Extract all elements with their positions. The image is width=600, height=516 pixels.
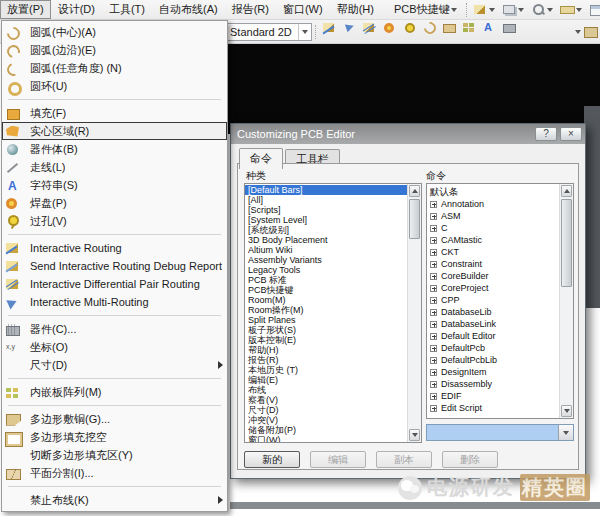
menu-item-fill[interactable]: 填充(F) [2, 104, 227, 122]
expand-icon[interactable] [430, 345, 437, 352]
category-item[interactable]: 察看(V) [245, 395, 407, 405]
command-item[interactable]: CoreProject [427, 282, 559, 294]
category-item[interactable]: [System Level] [245, 215, 407, 225]
category-item[interactable]: [Scripts] [245, 205, 407, 215]
category-item[interactable]: PCB快捷键 [245, 285, 407, 295]
chevron-down-icon[interactable] [517, 0, 526, 19]
menu-item-string[interactable]: 字符串(S) [2, 176, 227, 194]
expand-icon[interactable] [430, 249, 437, 256]
tab-commands[interactable]: 命令 [239, 148, 283, 169]
expand-icon[interactable] [430, 369, 437, 376]
chevron-down-icon[interactable] [488, 0, 497, 19]
expand-icon[interactable] [430, 309, 437, 316]
scrollbar-thumb[interactable] [561, 199, 572, 287]
command-item[interactable]: C [427, 222, 559, 234]
menu-item-send-routing-debug-report[interactable]: Send Interactive Routing Debug Report [2, 257, 227, 275]
menu-item-pad[interactable]: 焊盘(P) [2, 194, 227, 212]
menu-item-coordinate[interactable]: 坐标(O) [2, 338, 227, 356]
commands-scrollbar[interactable] [559, 184, 573, 418]
command-item[interactable]: DesignItem [427, 366, 559, 378]
menubar-item-window[interactable]: 窗口(W) [276, 0, 330, 19]
categories-scrollbar[interactable] [407, 184, 421, 442]
scroll-down-icon[interactable] [561, 405, 572, 417]
menu-item-solid-region[interactable]: 实心区域(R) [2, 122, 227, 140]
category-item[interactable]: 储备附加(P) [245, 425, 407, 435]
menu-item-ring[interactable]: 圆环(U) [2, 77, 227, 95]
interactive-routing-icon[interactable] [321, 20, 337, 35]
category-item[interactable]: 布线 [245, 385, 407, 395]
menu-item-split-plane[interactable]: 平面分割(I)... [2, 464, 227, 482]
category-item[interactable]: 本地历史 (T) [245, 365, 407, 375]
menu-item-polygon-pour[interactable]: 多边形敷铜(G)... [2, 410, 227, 428]
command-item[interactable]: Disassembly [427, 378, 559, 390]
dialog-button-edit[interactable]: 编辑 [310, 451, 366, 468]
menu-item-polygon-pour-cutout[interactable]: 多边形填充挖空 [2, 428, 227, 446]
command-item[interactable]: Default Editor [427, 330, 559, 342]
menu-item-component[interactable]: 器件(C)... [2, 320, 227, 338]
category-item[interactable]: PCB 标准 [245, 275, 407, 285]
board-icon[interactable] [582, 24, 598, 39]
menubar-item-autoroute[interactable]: 自动布线(A) [152, 0, 225, 19]
expand-icon[interactable] [430, 213, 437, 220]
fill-icon[interactable] [441, 20, 457, 35]
menu-item-keepout[interactable]: 禁止布线(K) [2, 491, 227, 509]
menubar-item-tools[interactable]: 工具(T) [102, 0, 152, 19]
expand-icon[interactable] [430, 273, 437, 280]
help-button[interactable]: ? [535, 127, 557, 141]
menu-item-dimension[interactable]: 尺寸(D) [2, 356, 227, 374]
arc-icon[interactable] [421, 20, 437, 35]
pointer-icon[interactable] [341, 20, 357, 35]
command-item[interactable]: DefaultPcbLib [427, 354, 559, 366]
expand-icon[interactable] [430, 297, 437, 304]
category-item[interactable]: 尺寸(D) [245, 405, 407, 415]
pad-icon[interactable] [381, 20, 397, 35]
command-item[interactable]: CAMtastic [427, 234, 559, 246]
command-filter-combobox[interactable] [426, 424, 574, 441]
toolbar-button[interactable] [557, 0, 586, 19]
toolbar-button[interactable] [470, 0, 499, 19]
commands-group-header[interactable]: 默认条 [427, 185, 559, 198]
command-item[interactable]: DatabaseLink [427, 318, 559, 330]
menu-item-interactive-diff-pair-routing[interactable]: Interactive Differential Pair Routing [2, 275, 227, 293]
text-string-icon[interactable] [481, 20, 497, 35]
category-item[interactable]: [All] [245, 195, 407, 205]
command-item[interactable]: Annotation [427, 198, 559, 210]
menu-item-component-body[interactable]: 器件体(B) [2, 140, 227, 158]
expand-icon[interactable] [430, 381, 437, 388]
chevron-down-icon[interactable] [546, 0, 555, 19]
category-item[interactable]: Room(M) [245, 295, 407, 305]
category-item[interactable]: 冲突(V) [245, 415, 407, 425]
menu-item-interactive-multi-routing[interactable]: Interactive Multi-Routing [2, 293, 227, 311]
menubar-item-reports[interactable]: 报告(R) [225, 0, 276, 19]
command-item[interactable]: Edit Script [427, 402, 559, 414]
scroll-up-icon[interactable] [561, 185, 572, 197]
category-item[interactable]: Room操作(M) [245, 305, 407, 315]
category-item[interactable]: Split Planes [245, 315, 407, 325]
command-item[interactable]: ASM [427, 210, 559, 222]
category-item[interactable]: 窗口(W) [245, 435, 407, 442]
category-item[interactable]: Legacy Tools [245, 265, 407, 275]
toolbar-button[interactable] [586, 0, 600, 19]
scroll-up-icon[interactable] [409, 185, 420, 197]
category-item[interactable]: 板子形状(S) [245, 325, 407, 335]
dialog-button-new[interactable]: 新的 [244, 451, 300, 468]
scroll-down-icon[interactable] [409, 429, 420, 441]
expand-icon[interactable] [430, 405, 437, 412]
chevron-down-icon[interactable] [298, 24, 311, 40]
category-item[interactable]: Altium Wiki [245, 245, 407, 255]
expand-icon[interactable] [430, 261, 437, 268]
category-item[interactable]: 编辑(E) [245, 375, 407, 385]
scrollbar-thumb[interactable] [409, 199, 420, 239]
command-item[interactable]: CKT [427, 246, 559, 258]
expand-icon[interactable] [430, 357, 437, 364]
via-icon[interactable] [401, 20, 417, 35]
toolbar-button[interactable] [528, 0, 557, 19]
category-item[interactable]: [Default Bars] [245, 185, 407, 195]
expand-icon[interactable] [430, 393, 437, 400]
chevron-down-icon[interactable] [558, 425, 573, 440]
expand-icon[interactable] [430, 285, 437, 292]
toolbar-button[interactable] [499, 0, 528, 19]
component-icon[interactable] [501, 20, 517, 35]
menubar-item-help[interactable]: 帮助(H) [330, 0, 381, 19]
category-item[interactable]: Assembly Variants [245, 255, 407, 265]
